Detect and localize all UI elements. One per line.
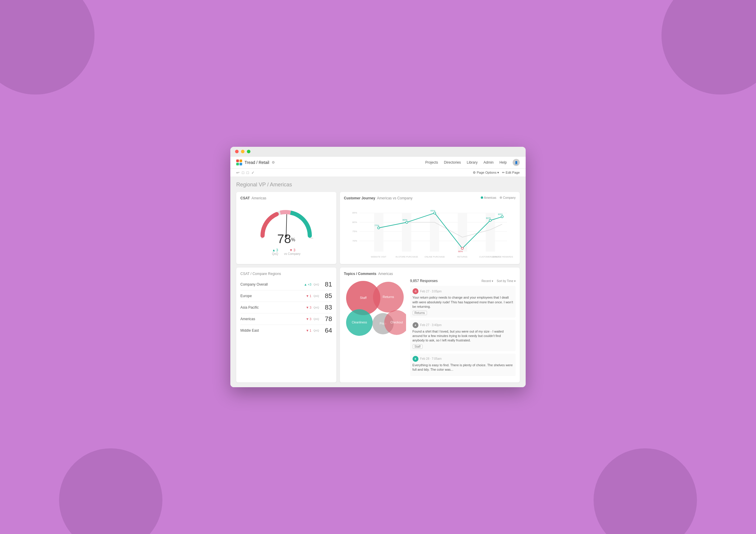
- sort-controls: Recent ▾ Sort by Time ▾: [481, 279, 516, 283]
- svg-text:0: 0: [261, 237, 263, 239]
- topics-title: Topics / Comments Americas: [344, 272, 516, 276]
- svg-text:77%: 77%: [374, 225, 379, 227]
- region-score-europe: 85: [322, 292, 332, 300]
- comment-1-text: Your return policy needs to change and y…: [413, 295, 513, 309]
- region-change-company: ▲+3 QoQ: [304, 283, 319, 286]
- svg-text:ONLINE PURCHASE: ONLINE PURCHASE: [424, 255, 445, 258]
- browser-window: Tread / Retail ⚙ Projects Directories Li…: [230, 147, 526, 387]
- qoq-stat: ▲3 QoQ: [272, 248, 278, 255]
- svg-text:66%: 66%: [458, 250, 463, 253]
- page-options-button[interactable]: ⚙ Page Options ▾: [473, 171, 499, 174]
- check-icon[interactable]: ✓: [251, 171, 255, 175]
- page-content: Regional VP / Americas CSAT Americas: [230, 177, 526, 387]
- comment-2-tag[interactable]: Staff: [413, 344, 422, 349]
- svg-text:Checkout: Checkout: [390, 321, 402, 324]
- edit-page-button[interactable]: ✏ Edit Page: [502, 171, 520, 174]
- region-name-asia: Asia Pacific: [240, 306, 306, 309]
- bg-decoration-tr: [662, 0, 756, 94]
- copy-icon[interactable]: □: [242, 171, 244, 175]
- dp-customerservice: [489, 220, 491, 222]
- svg-rect-15: [458, 213, 467, 252]
- customer-journey-card: Customer Journey Americas vs Company Ame…: [340, 192, 520, 264]
- sort-recent[interactable]: Recent ▾: [481, 280, 493, 283]
- app-logo: [236, 159, 242, 165]
- region-row-americas: Americas ▼3 QoQ 78: [240, 313, 332, 325]
- company-label: vs Company: [284, 252, 301, 255]
- nav-library[interactable]: Library: [467, 160, 478, 165]
- bg-decoration-br: [594, 448, 697, 534]
- svg-text:LOYALTY / REWARDS: LOYALTY / REWARDS: [491, 255, 513, 258]
- region-name-americas: Americas: [240, 317, 306, 321]
- svg-text:Cleanliness: Cleanliness: [352, 321, 367, 324]
- sort-time[interactable]: Sort by Time ▾: [497, 280, 516, 283]
- gauge-stats: ▲3 QoQ ▼3 vs Company: [272, 248, 301, 255]
- region-score-asia: 83: [322, 304, 332, 311]
- comment-1: -1 Feb 27 · 3:05pm Your return policy ne…: [410, 286, 516, 317]
- comment-3-meta: 8 Feb 28 · 7:05am: [413, 356, 513, 362]
- region-score-company: 81: [322, 280, 332, 288]
- settings-icon[interactable]: ⚙: [272, 160, 275, 165]
- legend-americas: Americas: [481, 196, 496, 200]
- app-header-left: Tread / Retail ⚙: [236, 159, 275, 165]
- region-change-middleeast: ▼1 QoQ: [306, 329, 319, 332]
- svg-text:85%: 85%: [352, 211, 357, 214]
- svg-rect-12: [374, 213, 383, 252]
- comment-2-date: Feb 27 · 3:40pm: [420, 323, 442, 327]
- dp-returns: [461, 248, 463, 250]
- compare-regions-title: CSAT / Compare Regions: [240, 272, 332, 276]
- logo-dot-green: [236, 163, 239, 165]
- nav-projects[interactable]: Projects: [425, 160, 438, 165]
- save-icon[interactable]: □: [247, 171, 249, 175]
- app-breadcrumb: Tread / Retail: [245, 160, 269, 165]
- gauge-value: 78%: [277, 233, 295, 245]
- back-icon[interactable]: ↩: [236, 171, 239, 175]
- journey-title: Customer Journey Americas vs Company: [344, 196, 413, 200]
- logo-dot-yellow: [239, 159, 242, 162]
- svg-text:83%: 83%: [498, 213, 502, 216]
- comments-header: 9,857 Responses Recent ▾ Sort by Time ▾: [410, 279, 516, 283]
- toolbar-left: ↩ □ □ ✓: [236, 171, 255, 175]
- nav-directories[interactable]: Directories: [444, 160, 461, 165]
- csat-americas-title: CSAT Americas: [240, 196, 332, 200]
- comment-3-text: Everything is easy to find. There is ple…: [413, 363, 513, 372]
- svg-text:80%: 80%: [352, 221, 357, 224]
- toolbar: ↩ □ □ ✓ ⚙ Page Options ▾ ✏ Edit Page: [230, 169, 526, 177]
- bubble-chart: Staff Returns Cleanliness Price: [344, 279, 406, 378]
- region-name-company: Company Overall: [240, 282, 304, 286]
- bg-decoration-tl: [0, 0, 94, 94]
- user-avatar[interactable]: 👤: [513, 159, 520, 166]
- toolbar-right: ⚙ Page Options ▾ ✏ Edit Page: [473, 171, 520, 174]
- comment-1-tag[interactable]: Returns: [413, 311, 427, 315]
- comment-2-text: Found a shirt that I loved, but you were…: [413, 329, 513, 343]
- comment-1-date: Feb 27 · 3:05pm: [420, 290, 442, 293]
- svg-text:100: 100: [309, 237, 313, 239]
- gauge-container: 0 100 78% ▲3 QoQ: [240, 203, 332, 258]
- logo-dot-red: [236, 159, 239, 162]
- browser-titlebar: [230, 147, 526, 156]
- comment-3-date: Feb 28 · 7:05am: [420, 357, 442, 360]
- nav-admin[interactable]: Admin: [483, 160, 494, 165]
- csat-americas-card: CSAT Americas: [236, 192, 337, 264]
- traffic-light-maximize[interactable]: [247, 150, 251, 153]
- legend-dot-americas: [481, 197, 483, 199]
- csat-percent: %: [291, 237, 295, 242]
- topics-comments-card: Topics / Comments Americas Staff Returns: [340, 268, 520, 382]
- dp-website: [377, 227, 379, 229]
- chart-header: Customer Journey Americas vs Company Ame…: [344, 196, 516, 203]
- company-change: ▼3: [284, 248, 301, 252]
- dp-online: [434, 212, 436, 214]
- bg-decoration-bl: [59, 448, 162, 534]
- region-change-europe: ▼1 QoQ: [306, 294, 319, 298]
- svg-text:80%: 80%: [402, 219, 407, 222]
- region-row-middleeast: Middle East ▼1 QoQ 64: [240, 325, 332, 336]
- traffic-light-close[interactable]: [235, 150, 239, 153]
- page-title: Regional VP / Americas: [236, 182, 520, 188]
- traffic-light-minimize[interactable]: [241, 150, 245, 153]
- page-title-text: Regional VP: [236, 182, 266, 188]
- dp-loyalty: [501, 216, 503, 218]
- qoq-value: ▲3: [272, 248, 278, 252]
- svg-text:RETURNS: RETURNS: [457, 255, 468, 258]
- legend-company: Company: [500, 196, 516, 200]
- nav-help[interactable]: Help: [500, 160, 507, 165]
- comment-2-meta: 4 Feb 27 · 3:40pm: [413, 322, 513, 328]
